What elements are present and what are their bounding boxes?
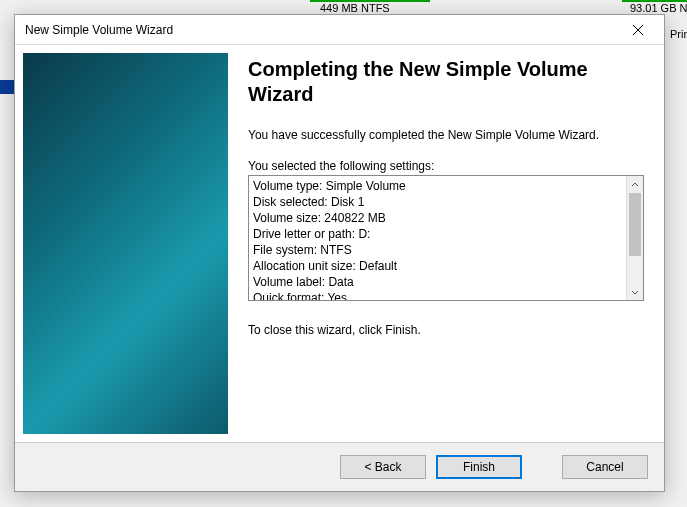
scroll-down-button[interactable] — [627, 283, 643, 300]
settings-list-content: Volume type: Simple Volume Disk selected… — [249, 176, 626, 300]
closing-instruction: To close this wizard, click Finish. — [248, 323, 644, 337]
dialog-title: New Simple Volume Wizard — [25, 23, 173, 37]
list-item: Drive letter or path: D: — [253, 226, 622, 242]
list-item: Disk selected: Disk 1 — [253, 194, 622, 210]
chevron-down-icon — [631, 288, 639, 296]
bg-partition2-type: Prin — [670, 28, 687, 40]
wizard-content: Completing the New Simple Volume Wizard … — [228, 45, 664, 442]
list-item: Volume label: Data — [253, 274, 622, 290]
scrollbar[interactable] — [626, 176, 643, 300]
settings-label: You selected the following settings: — [248, 159, 644, 173]
scroll-thumb[interactable] — [629, 193, 641, 256]
titlebar: New Simple Volume Wizard — [15, 15, 664, 45]
page-heading: Completing the New Simple Volume Wizard — [248, 57, 644, 107]
bg-partition1-label: 449 MB NTFS — [320, 2, 390, 14]
list-item: Volume size: 240822 MB — [253, 210, 622, 226]
list-item: File system: NTFS — [253, 242, 622, 258]
close-icon — [632, 24, 644, 36]
list-item: Volume type: Simple Volume — [253, 178, 622, 194]
dialog-footer: < Back Finish Cancel — [15, 442, 664, 491]
back-button[interactable]: < Back — [340, 455, 426, 479]
success-message: You have successfully completed the New … — [248, 127, 644, 143]
wizard-sidebar-graphic — [23, 53, 228, 434]
close-button[interactable] — [618, 16, 658, 44]
settings-listbox[interactable]: Volume type: Simple Volume Disk selected… — [248, 175, 644, 301]
chevron-up-icon — [631, 181, 639, 189]
scroll-up-button[interactable] — [627, 176, 643, 193]
wizard-dialog: New Simple Volume Wizard Completing the … — [14, 14, 665, 492]
scroll-track[interactable] — [627, 193, 643, 283]
finish-button[interactable]: Finish — [436, 455, 522, 479]
bg-partition2-size: 93.01 GB NT — [630, 2, 687, 14]
list-item: Quick format: Yes — [253, 290, 622, 300]
cancel-button[interactable]: Cancel — [562, 455, 648, 479]
list-item: Allocation unit size: Default — [253, 258, 622, 274]
